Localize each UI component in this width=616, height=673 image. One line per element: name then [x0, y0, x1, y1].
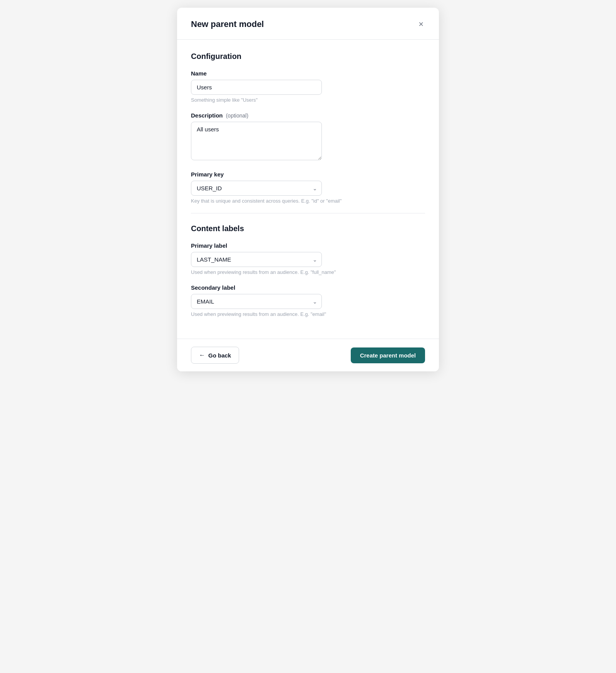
close-icon: × [418, 20, 424, 29]
primary-key-label: Primary key [191, 171, 425, 178]
name-hint: Something simple like "Users" [191, 97, 425, 103]
primary-label-select-wrapper: LAST_NAME FIRST_NAME FULL_NAME EMAIL ⌄ [191, 252, 322, 267]
name-group: Name Something simple like "Users" [191, 70, 425, 103]
name-input[interactable] [191, 80, 322, 95]
secondary-label-select-wrapper: EMAIL FIRST_NAME LAST_NAME USER_ID ⌄ [191, 294, 322, 309]
name-label: Name [191, 70, 425, 77]
secondary-label-label: Secondary label [191, 284, 425, 291]
modal-footer: ← Go back Create parent model [177, 339, 439, 371]
primary-label-label: Primary label [191, 242, 425, 249]
configuration-section-title: Configuration [191, 52, 425, 61]
go-back-label: Go back [208, 352, 231, 359]
description-group: Description (optional) All users [191, 112, 425, 162]
content-labels-section-title: Content labels [191, 224, 425, 233]
primary-label-select[interactable]: LAST_NAME FIRST_NAME FULL_NAME EMAIL [191, 252, 322, 267]
close-button[interactable]: × [417, 18, 425, 30]
modal-body: Configuration Name Something simple like… [177, 40, 439, 339]
description-label: Description (optional) [191, 112, 425, 119]
modal-header: New parent model × [177, 8, 439, 40]
description-textarea[interactable]: All users [191, 122, 322, 160]
secondary-label-group: Secondary label EMAIL FIRST_NAME LAST_NA… [191, 284, 425, 317]
primary-label-group: Primary label LAST_NAME FIRST_NAME FULL_… [191, 242, 425, 275]
primary-label-hint: Used when previewing results from an aud… [191, 269, 425, 275]
arrow-left-icon: ← [199, 352, 205, 359]
modal-title: New parent model [191, 19, 264, 29]
description-optional: (optional) [226, 112, 248, 119]
primary-key-select[interactable]: USER_ID ID EMAIL UUID [191, 181, 322, 196]
secondary-label-select[interactable]: EMAIL FIRST_NAME LAST_NAME USER_ID [191, 294, 322, 309]
primary-key-hint: Key that is unique and consistent across… [191, 198, 425, 204]
section-divider [191, 213, 425, 213]
go-back-button[interactable]: ← Go back [191, 347, 239, 364]
primary-key-group: Primary key USER_ID ID EMAIL UUID ⌄ Key … [191, 171, 425, 204]
create-parent-model-button[interactable]: Create parent model [351, 347, 425, 363]
secondary-label-hint: Used when previewing results from an aud… [191, 311, 425, 317]
new-parent-model-modal: New parent model × Configuration Name So… [177, 8, 439, 371]
primary-key-select-wrapper: USER_ID ID EMAIL UUID ⌄ [191, 181, 322, 196]
